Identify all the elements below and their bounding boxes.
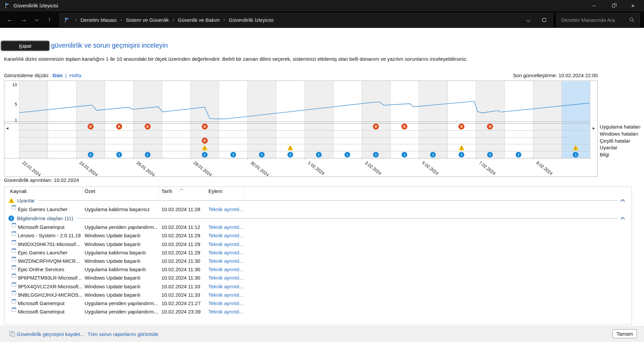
- technical-details-link[interactable]: Teknik ayrıntıl...: [208, 205, 243, 213]
- breadcrumb-item[interactable]: Güvenilirlik İzleyicisi: [228, 17, 275, 23]
- technical-details-link[interactable]: Teknik ayrıntıl...: [208, 282, 243, 291]
- save-history-link[interactable]: Güvenilirlik geçmişini kaydet...: [17, 331, 84, 337]
- refresh-icon[interactable]: [541, 17, 547, 23]
- technical-details-link[interactable]: Teknik ayrıntıl...: [208, 248, 243, 257]
- column-header-kaynak[interactable]: Kaynak: [10, 188, 27, 194]
- column-header-ozet[interactable]: Özet: [85, 188, 95, 194]
- summary-cell: Uygulama yeniden yapılandırm...: [85, 299, 158, 307]
- forward-button[interactable]: →: [17, 11, 30, 28]
- summary-cell: Uygulama kaldırma başarısız: [85, 205, 150, 213]
- restore-button[interactable]: [604, 0, 623, 11]
- view-by-label: Görüntüleme ölçütü:: [4, 72, 49, 78]
- search-icon[interactable]: [629, 17, 635, 22]
- restore-icon: [612, 4, 615, 7]
- title-bar: Güvenilirlik İzleyicisi ✕: [0, 0, 644, 11]
- date-cell: 10.02.2024 11:12: [161, 223, 200, 231]
- table-row[interactable]: Epic Games LauncherUygulama kaldırma baş…: [4, 205, 632, 213]
- source-cell: Lenovo - System - 2.0.11.19: [18, 231, 81, 240]
- close-window-button[interactable]: ✕: [623, 0, 643, 11]
- close-icon: ✕: [631, 3, 635, 8]
- breadcrumb-item[interactable]: Sistem ve Güvenlik: [125, 17, 170, 23]
- table-row[interactable]: 9N0DX20HK701-Microsof...Windows Update b…: [4, 240, 632, 248]
- address-bar[interactable]: ›Denetim Masası›Sistem ve Güvenlik›Güven…: [60, 13, 553, 27]
- date-cell: 10.02.2024 11:30: [161, 265, 200, 274]
- table-row[interactable]: Microsoft GameInputUygulama yeniden yapı…: [4, 299, 632, 307]
- source-cell: 9P5X4QVLC2XR-Microsoft...: [18, 282, 83, 291]
- column-header-eylem[interactable]: Eylem: [208, 188, 222, 194]
- collapse-group-icon[interactable]: [621, 199, 625, 203]
- group-row[interactable]: iBilgilendirme olayları (11): [4, 213, 632, 223]
- search-input[interactable]: [557, 17, 624, 23]
- table-row[interactable]: 9P6PMZTM93LR-Microsof...Windows Update b…: [4, 274, 632, 282]
- sort-ascending-icon[interactable]: [180, 188, 183, 192]
- application-icon: [12, 282, 16, 287]
- legend-item: Uyarılar: [600, 144, 641, 151]
- technical-details-link[interactable]: Teknik ayrıntıl...: [208, 299, 243, 307]
- technical-details-link[interactable]: Teknik ayrıntıl...: [208, 291, 243, 299]
- table-row[interactable]: 9NBLGGH2JHXJ-MICROS...Windows Update baş…: [4, 291, 632, 299]
- table-row[interactable]: Microsoft GameInputUygulama yeniden yapı…: [4, 307, 632, 316]
- application-icon: [12, 248, 16, 253]
- source-cell: Epic Games Launcher: [18, 205, 67, 213]
- summary-cell: Windows Update başarılı: [85, 282, 141, 291]
- address-dropdown-icon[interactable]: [526, 18, 531, 22]
- summary-cell: Uygulama yeniden yapılandırm...: [85, 307, 158, 316]
- application-icon: [12, 257, 16, 261]
- source-cell: Epic Online Services: [18, 265, 64, 274]
- date-cell: 10.02.2024 21:27: [161, 299, 201, 307]
- view-all-reports-link[interactable]: Tüm sorun raporlarını görüntüle: [88, 331, 158, 337]
- details-table: Kaynak Özet Tarih Eylem !UyarılarEpic Ga…: [4, 187, 632, 325]
- group-row[interactable]: !Uyarılar: [4, 196, 632, 205]
- table-row[interactable]: Microsoft GameInputUygulama yeniden yapı…: [4, 223, 632, 231]
- table-row[interactable]: Epic Games LauncherUygulama kaldırma baş…: [4, 248, 632, 257]
- application-icon: [12, 307, 16, 312]
- minimize-button[interactable]: [584, 0, 604, 11]
- legend-item: Çeşitli hatalar: [600, 138, 641, 145]
- date-cell: 10.02.2024 11:29: [161, 248, 200, 257]
- breadcrumb-item[interactable]: Denetim Masası: [79, 17, 118, 23]
- technical-details-link[interactable]: Teknik ayrıntıl...: [208, 257, 243, 265]
- table-row[interactable]: Lenovo - System - 2.0.11.19Windows Updat…: [4, 231, 632, 240]
- summary-cell: Uygulama yeniden yapılandırm...: [85, 223, 158, 231]
- stability-chart[interactable]: 105122.01.202424.01.202426.01.202428.01.…: [4, 81, 598, 177]
- table-row[interactable]: Epic Online ServicesUygulama kaldırma ba…: [4, 265, 632, 274]
- technical-details-link[interactable]: Teknik ayrıntıl...: [208, 307, 243, 316]
- technical-details-link[interactable]: Teknik ayrıntıl...: [208, 265, 243, 274]
- application-icon: [12, 274, 16, 278]
- technical-details-link[interactable]: Teknik ayrıntıl...: [208, 223, 243, 231]
- warning-icon: !: [8, 198, 14, 203]
- back-button[interactable]: ←: [3, 11, 16, 28]
- page-description: Kararlılık dizini sisteminizin toplam ka…: [4, 56, 528, 62]
- history-dropdown-button[interactable]: [31, 11, 44, 28]
- group-label: Uyarılar: [17, 198, 35, 203]
- column-header-tarih[interactable]: Tarih: [161, 188, 172, 194]
- view-by-day-link[interactable]: Gün: [52, 72, 62, 78]
- save-copy-icon: [9, 331, 15, 337]
- up-button[interactable]: ↑: [43, 11, 56, 28]
- search-box[interactable]: [557, 13, 640, 27]
- view-by-week-link[interactable]: Hafta: [69, 72, 82, 78]
- technical-details-link[interactable]: Teknik ayrıntıl...: [208, 231, 243, 240]
- footer-bar: Güvenilirlik geçmişini kaydet... Tüm sor…: [0, 326, 644, 342]
- date-cell: 10.02.2024 11:30: [161, 257, 200, 265]
- kapat-close-button[interactable]: Kapat: [1, 41, 49, 51]
- collapse-group-icon[interactable]: [621, 217, 625, 221]
- technical-details-link[interactable]: Teknik ayrıntıl...: [208, 274, 243, 282]
- breadcrumb-item[interactable]: Güvenlik ve Bakım: [177, 17, 221, 23]
- table-row[interactable]: 9WZDNCRFHVQM-MICR...Windows Update başar…: [4, 257, 632, 265]
- technical-details-link[interactable]: Teknik ayrıntıl...: [208, 240, 243, 248]
- info-icon: i: [8, 215, 14, 221]
- reliability-details-label: Güvenilirlik ayrıntıları: 10.02.2024: [4, 177, 79, 183]
- application-icon: [12, 299, 16, 303]
- main-content: Kapat güvenilirlik ve sorun geçmişini in…: [0, 28, 644, 326]
- source-cell: Microsoft GameInput: [18, 299, 64, 307]
- date-cell: 10.02.2024 11:28: [161, 205, 200, 213]
- crumb-separator-icon: ›: [221, 17, 228, 22]
- group-label: Bilgilendirme olayları (11): [17, 215, 73, 221]
- address-flag-icon: [64, 17, 70, 23]
- summary-cell: Windows Update başarılı: [85, 291, 141, 299]
- summary-cell: Windows Update başarılı: [85, 257, 141, 265]
- breadcrumb: ›Denetim Masası›Sistem ve Güvenlik›Güven…: [73, 17, 275, 23]
- table-row[interactable]: 9P5X4QVLC2XR-Microsoft...Windows Update …: [4, 282, 632, 291]
- ok-button[interactable]: Tamam: [612, 329, 637, 338]
